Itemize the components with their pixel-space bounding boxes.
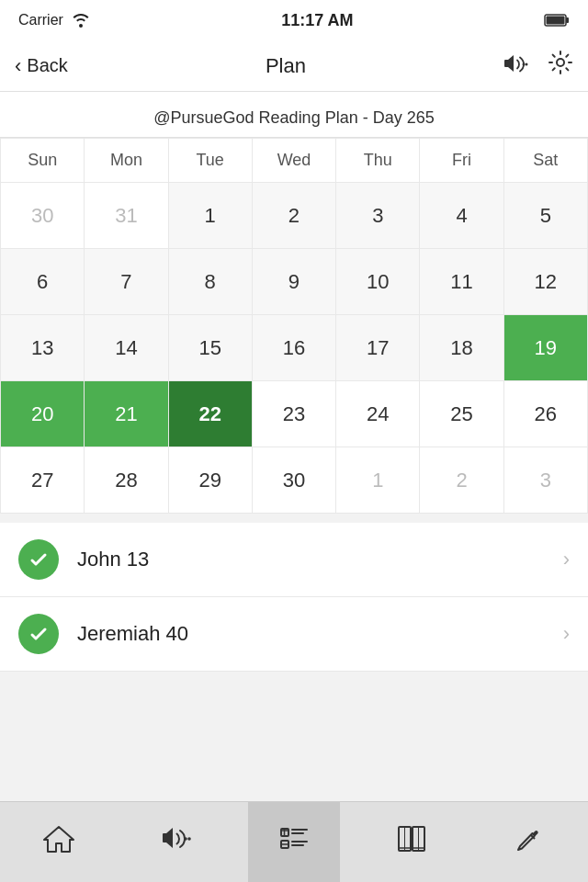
calendar-day-30-row0[interactable]: 30 xyxy=(1,183,85,249)
calendar-grid: SunMonTueWedThuFriSat3031123456789101112… xyxy=(0,138,588,514)
svg-point-6 xyxy=(184,837,187,841)
calendar-day-20-row3[interactable]: 20 xyxy=(1,381,85,447)
calendar-day-18-row2[interactable]: 18 xyxy=(420,315,503,381)
calendar-header-wed: Wed xyxy=(253,139,336,183)
calendar-day-2-row0[interactable]: 2 xyxy=(253,183,336,249)
calendar-day-21-row3[interactable]: 21 xyxy=(85,381,168,447)
speaker-icon[interactable] xyxy=(503,52,529,80)
calendar-day-4-row0[interactable]: 4 xyxy=(420,183,503,249)
calendar-day-17-row2[interactable]: 17 xyxy=(336,315,420,381)
calendar-day-13-row2[interactable]: 13 xyxy=(1,315,85,381)
back-button[interactable]: ‹ Back xyxy=(15,54,68,78)
reading-item-0[interactable]: John 13 › xyxy=(0,523,588,597)
calendar-header-thu: Thu xyxy=(336,139,420,183)
reading-list: John 13 › Jeremiah 40 › xyxy=(0,523,588,672)
calendar-day-25-row3[interactable]: 25 xyxy=(420,381,503,447)
tab-home[interactable] xyxy=(13,802,105,883)
check-circle-1 xyxy=(18,614,59,654)
list-icon xyxy=(277,824,311,860)
svg-point-4 xyxy=(526,62,528,65)
battery-icon xyxy=(544,13,570,28)
back-label: Back xyxy=(27,55,67,76)
reading-label-0: John 13 xyxy=(77,548,545,571)
calendar-day-29-row4[interactable]: 29 xyxy=(169,447,253,514)
calendar-day-12-row1[interactable]: 12 xyxy=(504,249,588,315)
calendar-day-1-row4[interactable]: 1 xyxy=(336,447,420,514)
svg-rect-2 xyxy=(546,17,564,25)
svg-point-7 xyxy=(187,837,191,841)
nav-title: Plan xyxy=(266,54,306,78)
tab-edit[interactable] xyxy=(483,802,575,883)
calendar-day-2-row4[interactable]: 2 xyxy=(420,447,503,514)
calendar-header-mon: Mon xyxy=(85,139,168,183)
status-left: Carrier xyxy=(18,12,91,28)
calendar-day-30-row4[interactable]: 30 xyxy=(253,447,336,514)
calendar-header-sat: Sat xyxy=(504,139,588,183)
reading-label-1: Jeremiah 40 xyxy=(77,622,545,646)
calendar-header-fri: Fri xyxy=(420,139,503,183)
edit-icon xyxy=(513,824,546,860)
calendar-header-tue: Tue xyxy=(169,139,253,183)
calendar-day-19-row2[interactable]: 19 xyxy=(504,315,588,381)
svg-point-3 xyxy=(523,62,526,65)
check-circle-0 xyxy=(18,539,59,580)
svg-point-5 xyxy=(557,59,564,66)
carrier-label: Carrier xyxy=(18,12,63,28)
calendar-day-3-row4[interactable]: 3 xyxy=(504,447,588,514)
calendar-day-16-row2[interactable]: 16 xyxy=(253,315,336,381)
reading-chevron-0: › xyxy=(563,548,570,571)
calendar-day-11-row1[interactable]: 11 xyxy=(420,249,503,315)
calendar-day-9-row1[interactable]: 9 xyxy=(253,249,336,315)
calendar-day-8-row1[interactable]: 8 xyxy=(169,249,253,315)
speaker-tab-icon xyxy=(160,824,193,860)
back-chevron: ‹ xyxy=(15,54,21,78)
calendar-day-15-row2[interactable]: 15 xyxy=(169,315,253,381)
reading-chevron-1: › xyxy=(563,622,570,646)
calendar: SunMonTueWedThuFriSat3031123456789101112… xyxy=(0,138,588,514)
calendar-day-24-row3[interactable]: 24 xyxy=(336,381,420,447)
tab-book[interactable] xyxy=(366,802,458,883)
book-icon xyxy=(395,824,428,860)
reading-item-1[interactable]: Jeremiah 40 › xyxy=(0,597,588,672)
home-icon xyxy=(42,824,75,860)
calendar-day-6-row1[interactable]: 6 xyxy=(1,249,85,315)
calendar-day-10-row1[interactable]: 10 xyxy=(336,249,420,315)
status-bar: Carrier 11:17 AM xyxy=(0,0,588,40)
calendar-day-31-row0[interactable]: 31 xyxy=(85,183,168,249)
calendar-day-5-row0[interactable]: 5 xyxy=(504,183,588,249)
svg-rect-1 xyxy=(566,17,569,23)
calendar-day-7-row1[interactable]: 7 xyxy=(85,249,168,315)
calendar-header-sun: Sun xyxy=(1,139,85,183)
tab-list[interactable] xyxy=(248,802,340,883)
calendar-day-1-row0[interactable]: 1 xyxy=(169,183,253,249)
nav-icons xyxy=(503,50,573,82)
nav-bar: ‹ Back Plan xyxy=(0,40,588,92)
calendar-day-3-row0[interactable]: 3 xyxy=(336,183,420,249)
calendar-day-22-row3[interactable]: 22 xyxy=(169,381,253,447)
plan-title: @PursueGod Reading Plan - Day 265 xyxy=(0,92,588,138)
wifi-icon xyxy=(71,13,91,28)
calendar-day-14-row2[interactable]: 14 xyxy=(85,315,168,381)
tab-bar xyxy=(0,801,588,882)
calendar-day-27-row4[interactable]: 27 xyxy=(1,447,85,514)
calendar-day-23-row3[interactable]: 23 xyxy=(253,381,336,447)
calendar-day-26-row3[interactable]: 26 xyxy=(504,381,588,447)
tab-speaker[interactable] xyxy=(130,802,222,883)
calendar-day-28-row4[interactable]: 28 xyxy=(85,447,168,514)
settings-icon[interactable] xyxy=(548,50,573,82)
status-time: 11:17 AM xyxy=(281,11,353,30)
